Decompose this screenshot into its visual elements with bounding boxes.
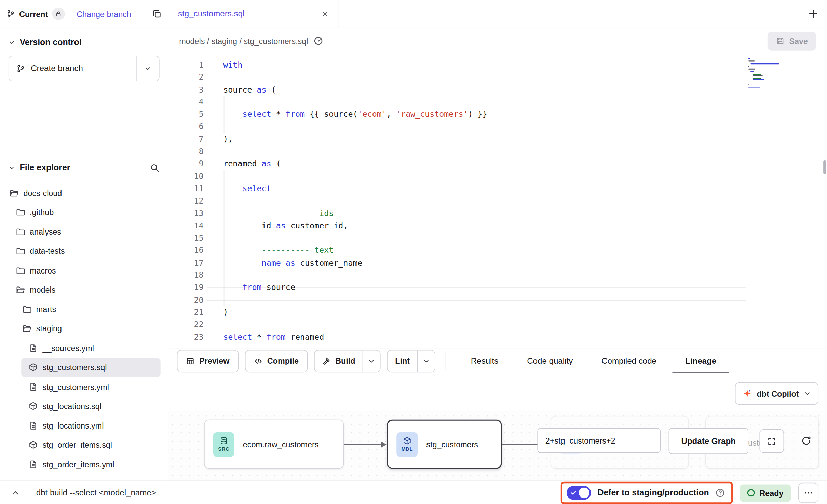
file-tree-item-staging[interactable]: staging [0,319,168,338]
code-line[interactable]: from source [223,282,487,294]
code-line[interactable] [223,269,487,282]
code-line[interactable] [223,319,487,331]
lineage-selector-input[interactable] [537,428,661,453]
dbt-copilot-button[interactable]: dbt Copilot [735,382,818,405]
file-tree-item-label: __sources.yml [42,344,94,352]
chevron-up-icon[interactable] [11,488,20,498]
change-branch-link[interactable]: Change branch [77,9,131,18]
cube-icon [403,436,411,445]
create-branch-main[interactable]: Create branch [9,56,136,81]
code-line[interactable]: source as ( [223,84,487,96]
code-line[interactable] [223,294,487,306]
minimap[interactable] [748,58,793,88]
code-line[interactable] [223,170,487,183]
file-tree-item-stg-order-items-sql[interactable]: stg_order_items.sql [0,435,168,455]
code-line[interactable]: ---------- ids [223,207,487,220]
preview-button[interactable]: Preview [177,350,239,372]
file-tree-item-data-tests[interactable]: data-tests [0,241,168,261]
file-explorer-header[interactable]: File explorer [0,153,168,178]
file-tree-item-label: stg_order_items.yml [42,460,114,468]
line-number: 10 [168,170,204,183]
chevron-down-icon [145,65,151,72]
code-line[interactable] [223,195,487,207]
update-graph-label: Update Graph [681,436,735,446]
panel-tab-lineage[interactable]: Lineage [683,348,719,373]
vertical-scrollbar[interactable] [823,160,826,174]
defer-toggle[interactable] [567,486,591,500]
lint-button-group: Lint [387,350,435,372]
file-icon [29,460,38,468]
version-control-header[interactable]: Version control [0,28,168,53]
lineage-canvas[interactable]: MDL customers SEM customers [168,411,827,480]
chevron-down-icon [423,358,430,364]
code-content[interactable]: with source as ( select * from {{ source… [223,59,487,344]
model-health-gauge-icon[interactable] [313,36,323,46]
more-options-button[interactable] [798,483,818,503]
file-tree-item-models[interactable]: models [0,280,168,299]
create-branch-dropdown[interactable] [136,56,159,81]
badge-label: MDL [401,446,413,452]
code-line[interactable]: ---------- text [223,244,487,257]
code-line[interactable]: ), [223,133,487,145]
file-tree-item-docs-cloud[interactable]: docs-cloud [0,183,168,203]
code-line[interactable] [223,96,487,108]
code-line[interactable] [223,232,487,244]
command-input[interactable]: dbt build --select <model_name> [36,488,156,498]
save-button[interactable]: Save [768,32,816,50]
file-tree-item-stg-customers-sql[interactable]: stg_customers.sql [21,358,160,377]
create-branch-button[interactable]: Create branch [9,56,160,81]
code-line[interactable]: ) [223,306,487,319]
lint-dropdown[interactable] [417,350,435,372]
file-tree-item-stg-locations-sql[interactable]: stg_locations.sql [0,396,168,416]
panel-tab-compiled-code[interactable]: Compiled code [599,348,659,373]
refresh-button[interactable] [795,429,818,452]
lint-button[interactable]: Lint [388,350,417,372]
compile-button[interactable]: Compile [245,350,308,372]
update-graph-button[interactable]: Update Graph [669,428,748,454]
help-icon[interactable] [715,488,725,498]
sidebar: Current Change branch Version control [0,0,168,481]
file-tree-item-stg-order-items-yml[interactable]: stg_order_items.yml [0,454,168,474]
file-tree-item-label: marts [36,305,56,313]
tab-stg-customers-sql[interactable]: stg_customers.sql [168,0,339,28]
minimap-line [753,74,761,75]
file-tree-item-analyses[interactable]: analyses [0,222,168,241]
tab-label: stg_customers.sql [178,9,316,18]
code-line[interactable] [223,145,487,158]
close-icon[interactable] [321,10,329,18]
build-dropdown[interactable] [363,350,380,372]
file-tree-item-macros[interactable]: macros [0,261,168,280]
new-tab-plus-icon[interactable] [808,9,818,19]
code-line[interactable]: id as customer_id, [223,220,487,232]
code-editor[interactable]: 1234567891011121314151617181920212223 wi… [168,53,827,348]
code-line[interactable]: select [223,183,487,195]
code-line[interactable]: name as customer_name [223,257,487,269]
lineage-node-stg-customers[interactable]: MDL stg_customers [387,420,502,469]
search-icon[interactable] [150,163,160,172]
copy-icon[interactable] [152,9,162,18]
lineage-node-ecom-raw-customers[interactable]: SRC ecom.raw_customers [204,420,344,469]
file-tree-item--sources-yml[interactable]: __sources.yml [0,338,168,358]
code-line[interactable]: renamed as ( [223,158,487,170]
code-line[interactable]: select * from renamed [223,331,487,344]
panel-tab-code-quality[interactable]: Code quality [525,348,575,373]
code-line[interactable]: with [223,59,487,71]
file-tree-item-marts[interactable]: marts [0,299,168,319]
file-tree-item-stg-customers-yml[interactable]: stg_customers.yml [0,377,168,396]
panel-tab-results[interactable]: Results [469,348,501,373]
minimap-line [748,60,755,61]
file-tree-item--github[interactable]: .github [0,202,168,222]
file-tree-item-label: stg_customers.yml [42,382,109,391]
code-line[interactable]: select * from {{ source('ecom', 'raw_cus… [223,109,487,121]
chevron-down-icon [9,39,15,46]
file-icon [29,382,38,391]
breadcrumb-bar: models / staging / stg_customers.sql Sav… [168,28,827,54]
line-number: 14 [168,220,204,232]
git-branch-icon [16,64,25,73]
ready-status-badge[interactable]: Ready [740,484,791,502]
build-button[interactable]: Build [315,350,363,372]
code-line[interactable] [223,71,487,84]
code-line[interactable] [223,121,487,133]
fullscreen-button[interactable] [759,429,784,453]
file-tree-item-stg-locations-yml[interactable]: stg_locations.yml [0,416,168,435]
